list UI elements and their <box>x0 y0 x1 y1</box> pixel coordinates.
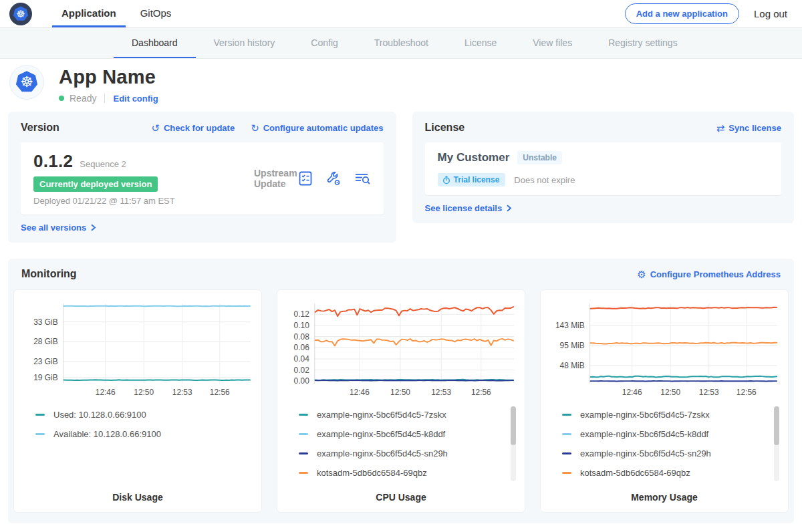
license-card-title: License <box>425 122 465 134</box>
version-source: Upstream Update <box>254 168 297 189</box>
svg-text:0.02: 0.02 <box>294 366 310 375</box>
svg-text:23 GiB: 23 GiB <box>33 357 57 366</box>
configure-automatic-updates-label: Configure automatic updates <box>263 123 384 133</box>
deploy-logs-icon[interactable] <box>354 170 371 186</box>
legend-cpu-usage: example-nginx-5bc6f5d4c5-7zskxexample-ng… <box>284 405 518 485</box>
svg-text:12:46: 12:46 <box>96 388 116 397</box>
add-application-button[interactable]: Add a new application <box>625 3 739 24</box>
tab-config[interactable]: Config <box>293 28 356 58</box>
tab-license[interactable]: License <box>446 28 515 58</box>
tab-troubleshoot[interactable]: Troubleshoot <box>356 28 446 58</box>
gear-icon: ⚙ <box>637 269 646 279</box>
series-line-example-nginx-5bc6f5d4c5-sn29h <box>315 380 513 381</box>
legend-label: example-nginx-5bc6f5d4c5-k8ddf <box>580 429 708 439</box>
series-line-kotsadm-5db6dc6584-69qbz <box>591 343 777 344</box>
sync-license-link[interactable]: ⇄ Sync license <box>716 123 781 133</box>
topnav-tab-gitops[interactable]: GitOps <box>131 0 181 27</box>
tab-version-history[interactable]: Version history <box>196 28 293 58</box>
see-all-versions-label: See all versions <box>21 223 86 233</box>
edit-config-link[interactable]: Edit config <box>113 94 158 104</box>
check-for-update-link[interactable]: ↺ Check for update <box>151 123 235 133</box>
app-header: ☸ App Name Ready Edit config <box>0 59 802 104</box>
check-for-update-label: Check for update <box>164 123 235 133</box>
app-icon: ☸ <box>9 65 44 100</box>
helm-wheel-icon: ☸ <box>16 9 25 19</box>
series-line-available-10-128-0-66-9100 <box>64 306 250 307</box>
svg-text:33 GiB: 33 GiB <box>33 317 57 327</box>
svg-text:12:53: 12:53 <box>699 388 719 397</box>
legend-label: Available: 10.128.0.66:9100 <box>53 429 161 439</box>
chevron-right-icon <box>506 205 512 212</box>
channel-badge: Unstable <box>517 151 562 164</box>
svg-text:12:53: 12:53 <box>431 388 451 397</box>
svg-text:12:50: 12:50 <box>134 388 154 397</box>
legend-swatch <box>299 472 308 474</box>
svg-text:0.06: 0.06 <box>294 343 310 352</box>
chart-card-disk-usage: 19 GiB23 GiB28 GiB33 GiB12:4612:5012:531… <box>13 289 262 513</box>
configure-prometheus-link[interactable]: ⚙ Configure Prometheus Address <box>637 269 781 279</box>
legend-item: example-nginx-5bc6f5d4c5-sn29h <box>562 444 781 463</box>
kubernetes-logo-badge: ☸ <box>9 3 32 25</box>
legend-item: example-nginx-5bc6f5d4c5-7zskx <box>299 405 518 424</box>
legend-label: Used: 10.128.0.66:9100 <box>53 410 146 420</box>
legend-label: example-nginx-5bc6f5d4c5-7zskx <box>317 410 446 420</box>
top-nav: ☸ ApplicationGitOps Add a new applicatio… <box>0 0 802 28</box>
see-license-details-label: See license details <box>425 203 503 213</box>
chart-plot-memory-usage: 48 MiB95 MiB143 MiB12:4612:5012:5312:56 <box>547 298 781 400</box>
svg-text:48 MiB: 48 MiB <box>560 361 585 370</box>
legend-item: kotsadm-5db6dc6584-69qbz <box>562 463 781 483</box>
legend-label: example-nginx-5bc6f5d4c5-7zskx <box>580 410 710 420</box>
svg-text:12:56: 12:56 <box>737 388 757 397</box>
svg-text:143 MiB: 143 MiB <box>555 321 585 330</box>
chevron-right-icon <box>90 224 96 231</box>
legend-scrollbar-thumb[interactable] <box>511 406 516 445</box>
sync-arrows-icon: ⇄ <box>716 123 725 133</box>
monitoring-section: Monitoring ⚙ Configure Prometheus Addres… <box>8 259 794 523</box>
svg-text:19 GiB: 19 GiB <box>33 373 57 382</box>
legend-label: kotsadm-5db6dc6584-69qbz <box>317 468 427 478</box>
tab-view-files[interactable]: View files <box>515 28 590 58</box>
tab-registry-settings[interactable]: Registry settings <box>590 28 695 58</box>
helm-wheel-icon: ☸ <box>20 75 33 90</box>
version-card: Version ↺ Check for update ↻ Configure a… <box>8 112 396 243</box>
legend-item: Used: 10.128.0.66:9100 <box>35 405 255 424</box>
svg-text:0.00: 0.00 <box>294 376 310 386</box>
svg-text:0.10: 0.10 <box>294 321 310 330</box>
preflight-checks-icon[interactable] <box>297 170 313 186</box>
svg-text:28 GiB: 28 GiB <box>33 337 57 346</box>
current-version-panel: 0.1.2 Sequence 2 Currently deployed vers… <box>21 142 384 215</box>
svg-text:12:46: 12:46 <box>622 388 642 397</box>
svg-text:12:53: 12:53 <box>172 388 192 397</box>
chart-card-cpu-usage: 0.000.020.040.060.080.100.1212:4612:5012… <box>277 289 525 513</box>
legend-swatch <box>299 433 308 435</box>
series-line-used-10-128-0-66-9100 <box>64 380 250 380</box>
status-text: Ready <box>70 93 96 104</box>
charts-row: 19 GiB23 GiB28 GiB33 GiB12:4612:5012:531… <box>13 289 789 513</box>
legend-memory-usage: example-nginx-5bc6f5d4c5-7zskxexample-ng… <box>547 405 781 485</box>
topnav-tab-application[interactable]: Application <box>52 0 126 27</box>
config-wrench-icon[interactable] <box>325 170 342 186</box>
monitoring-title: Monitoring <box>21 268 77 280</box>
chart-plot-disk-usage: 19 GiB23 GiB28 GiB33 GiB12:4612:5012:531… <box>21 298 255 400</box>
legend-label: example-nginx-5bc6f5d4c5-sn29h <box>580 448 711 458</box>
logout-link[interactable]: Log out <box>754 8 787 19</box>
deployed-timestamp: Deployed 01/21/22 @ 11:57 am EST <box>33 196 254 206</box>
legend-item: example-nginx-5bc6f5d4c5-sn29h <box>299 444 518 463</box>
see-license-details-link[interactable]: See license details <box>425 203 513 213</box>
legend-label: example-nginx-5bc6f5d4c5-k8ddf <box>317 429 445 439</box>
configure-automatic-updates-link[interactable]: ↻ Configure automatic updates <box>251 123 383 133</box>
tab-dashboard[interactable]: Dashboard <box>114 28 196 58</box>
legend-scrollbar[interactable] <box>774 406 779 481</box>
version-card-title: Version <box>21 122 59 134</box>
legend-disk-usage: Used: 10.128.0.66:9100Available: 10.128.… <box>21 405 255 485</box>
svg-text:0.08: 0.08 <box>294 332 310 342</box>
legend-scrollbar[interactable] <box>511 406 516 481</box>
clock-refresh-icon: ↻ <box>251 123 259 133</box>
sync-license-label: Sync license <box>728 123 781 133</box>
legend-swatch <box>299 414 308 416</box>
see-all-versions-link[interactable]: See all versions <box>21 223 96 233</box>
legend-scrollbar-thumb[interactable] <box>774 406 779 445</box>
svg-text:12:56: 12:56 <box>471 388 491 397</box>
legend-item: example-nginx-5bc6f5d4c5-7zskx <box>562 405 781 424</box>
license-panel: My Customer Unstable Trial license Does … <box>425 142 781 195</box>
